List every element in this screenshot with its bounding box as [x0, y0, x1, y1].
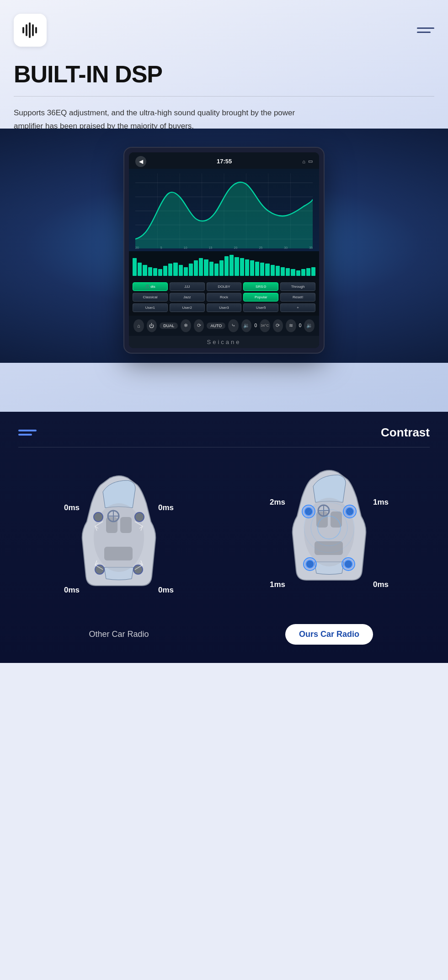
other-car-svg	[73, 467, 165, 604]
eq-btn-classical[interactable]: Classical	[133, 293, 168, 302]
header-bar	[14, 14, 434, 47]
ours-car-button[interactable]: Ours Car Radio	[285, 624, 373, 645]
eq-btn-srs[interactable]: SRS⊙	[243, 282, 278, 291]
mode-label: DUAL	[160, 323, 178, 329]
snowflake-icon[interactable]: ❄	[181, 319, 191, 332]
svg-rect-4	[35, 27, 37, 33]
svg-rect-19	[120, 517, 132, 533]
eq-btn-reset[interactable]: Reset!	[280, 293, 315, 302]
page-title: BUILT-IN DSP	[14, 60, 434, 88]
eq-btn-jjj[interactable]: JJJ	[170, 282, 205, 291]
svg-point-36	[304, 507, 313, 516]
top-section: BUILT-IN DSP Supports 36EQ adjustment, a…	[0, 0, 448, 412]
route-icon[interactable]: ⤷	[228, 319, 239, 332]
eq-buttons-grid: 🎵 dts JJJ DOLBY SRS⊙ Through Classical J…	[129, 279, 319, 316]
eq-chart: 20 5 10 15 20 25 30 35	[129, 169, 319, 251]
menu-button[interactable]	[417, 27, 434, 33]
contrast-header: Contrast	[18, 425, 430, 447]
eq-btn-user2[interactable]: User2	[170, 303, 205, 312]
eq-btn-jazz[interactable]: Jazz	[170, 293, 205, 302]
svg-point-25	[135, 512, 144, 522]
screen-status-icons: ⌂ ▭	[302, 158, 313, 164]
back-button[interactable]: ◀	[135, 156, 146, 167]
svg-rect-20	[104, 547, 133, 560]
svg-point-42	[344, 560, 352, 568]
svg-point-24	[94, 512, 103, 522]
svg-rect-18	[106, 517, 117, 533]
eq-btn-through[interactable]: Through	[280, 282, 315, 291]
device-mockup: ◀ 17:55 ⌂ ▭	[123, 147, 325, 354]
contrast-lines-icon	[18, 430, 37, 436]
power-icon[interactable]: ⏻	[147, 319, 157, 332]
battery-icon: ▭	[308, 158, 313, 164]
ours-delay-top-right: 1ms	[373, 498, 389, 507]
eq-btn-dolby[interactable]: DOLBY	[207, 282, 242, 291]
screen-statusbar: ◀ 17:55 ⌂ ▭	[129, 152, 319, 169]
device-wrapper: ◀ 17:55 ⌂ ▭	[14, 147, 434, 354]
contrast-section: Contrast 0ms 0ms 0ms 0ms	[0, 412, 448, 663]
eq-btn-plus[interactable]: +	[280, 303, 315, 312]
fan2-icon[interactable]: ⟳	[273, 319, 283, 332]
ours-delay-bottom-left: 1ms	[270, 580, 285, 589]
eq-btn-user1[interactable]: User1	[133, 303, 168, 312]
ours-delay-top-left: 2ms	[270, 498, 285, 507]
other-car-item: 0ms 0ms 0ms 0ms	[18, 467, 219, 639]
device-screen: ◀ 17:55 ⌂ ▭	[129, 152, 319, 348]
brand-label: Seicane	[129, 336, 319, 348]
contrast-title: Contrast	[381, 425, 430, 440]
cars-comparison: 0ms 0ms 0ms 0ms	[18, 461, 430, 645]
ours-delay-bottom-right: 0ms	[373, 580, 389, 589]
eq-btn-popular[interactable]: Popular	[243, 293, 278, 302]
svg-rect-2	[29, 22, 31, 38]
vol-down-right[interactable]: 🔉	[304, 319, 315, 332]
other-car-label: Other Car Radio	[89, 630, 149, 639]
home-icon[interactable]: ⌂	[133, 319, 144, 332]
wifi-icon: ⌂	[302, 159, 305, 164]
svg-rect-3	[32, 24, 34, 36]
temp-icon: 34°C	[260, 319, 270, 332]
vol-right-val: 0	[299, 323, 302, 328]
ours-car-item: 2ms 1ms 1ms 0ms	[229, 461, 430, 645]
eq-btn-rock[interactable]: Rock	[207, 293, 242, 302]
svg-rect-1	[26, 24, 27, 36]
fan-icon[interactable]: ⟳	[194, 319, 204, 332]
eq-btn-user5[interactable]: User5	[243, 303, 278, 312]
eq-btn-dts[interactable]: 🎵 dts	[133, 282, 168, 291]
svg-point-38	[346, 507, 354, 516]
screen-bottom-bar: ⌂ ⏻ DUAL ❄ ⟳ AUTO ⤷ 🔉 0 34°C ⟳ ≋ 0 🔉	[129, 316, 319, 336]
logo-icon	[14, 14, 47, 47]
eq-btn-user3[interactable]: User3	[207, 303, 242, 312]
eq-bars	[129, 251, 319, 279]
title-divider	[14, 96, 434, 97]
vol-left-val: 0	[254, 323, 257, 328]
vol-down-left[interactable]: 🔉	[241, 319, 252, 332]
auto-label: AUTO	[207, 323, 225, 329]
ours-car-svg	[283, 461, 375, 598]
screen-time: 17:55	[217, 158, 232, 165]
svg-point-40	[306, 560, 314, 568]
vent-icon[interactable]: ≋	[286, 319, 296, 332]
svg-rect-0	[22, 27, 24, 33]
